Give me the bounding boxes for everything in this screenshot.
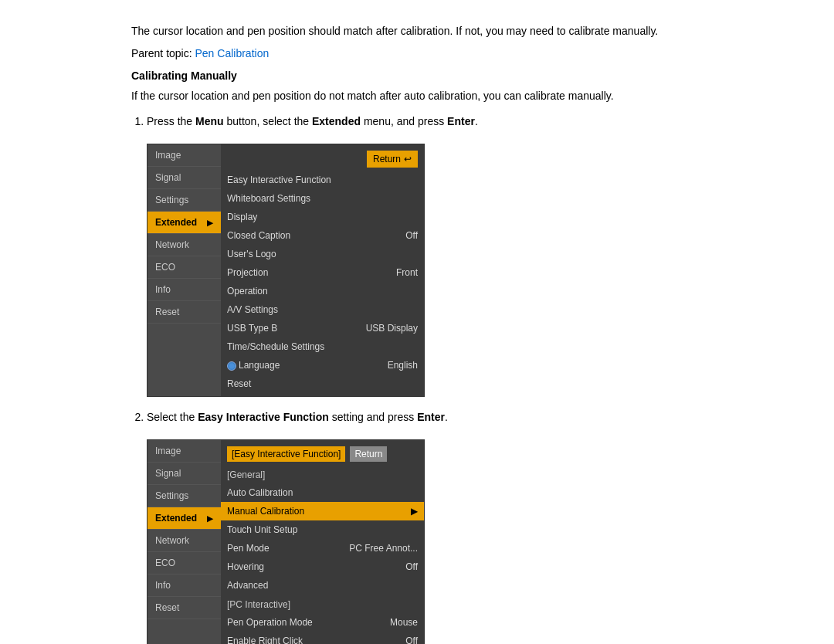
menu-2-pen-mode-label: Pen Mode bbox=[227, 541, 270, 555]
menu-1-logo-label: User's Logo bbox=[227, 247, 276, 261]
menu-1-left-eco[interactable]: ECO bbox=[147, 256, 221, 279]
globe-icon-1 bbox=[227, 361, 236, 371]
menu-1-left-signal[interactable]: Signal bbox=[147, 167, 221, 189]
step-2-text: Select the Easy Interactive Function set… bbox=[147, 409, 703, 425]
step-2: Select the Easy Interactive Function set… bbox=[147, 409, 703, 644]
menu-2-left-extended[interactable]: Extended bbox=[147, 507, 221, 530]
menu-1-reset-label: Reset bbox=[227, 377, 251, 391]
menu-1-av-label: A/V Settings bbox=[227, 303, 278, 317]
menu-2-auto-cal-label: Auto Calibration bbox=[227, 486, 293, 500]
menu-1-return-bar: Return bbox=[221, 147, 424, 171]
menu-screenshot-1: Image Signal Settings Extended Network E… bbox=[147, 144, 425, 397]
menu-2-left: Image Signal Settings Extended Network E… bbox=[147, 440, 221, 644]
menu-1-left-extended[interactable]: Extended bbox=[147, 212, 221, 234]
section-heading: Calibrating Manually bbox=[131, 69, 703, 82]
menu-1-proj-value: Front bbox=[396, 266, 418, 280]
menu-1-right-display[interactable]: Display bbox=[221, 208, 424, 226]
parent-topic-link[interactable]: Pen Calibration bbox=[195, 47, 270, 59]
menu-2-left-settings[interactable]: Settings bbox=[147, 485, 221, 507]
menu-1-right-whiteboard[interactable]: Whiteboard Settings bbox=[221, 189, 424, 208]
menu-1-right: Return Easy Interactive Function Whitebo… bbox=[221, 144, 424, 396]
menu-2-left-eco[interactable]: ECO bbox=[147, 552, 221, 575]
menu-1-return-btn[interactable]: Return bbox=[367, 151, 418, 168]
menu-2-pen-mode-value: PC Free Annot... bbox=[349, 541, 418, 555]
step-1: Press the Menu button, select the Extend… bbox=[147, 114, 703, 397]
menu-1-display-label: Display bbox=[227, 210, 257, 224]
step-1-extended-bold: Extended bbox=[312, 115, 361, 127]
menu-2-pen-op-label: Pen Operation Mode bbox=[227, 615, 313, 629]
parent-topic: Parent topic: Pen Calibration bbox=[131, 46, 703, 62]
menu-2-right-click-label: Enable Right Click bbox=[227, 634, 303, 644]
menu-2-general-label: [General] bbox=[221, 465, 424, 483]
menu-1-left-settings[interactable]: Settings bbox=[147, 189, 221, 212]
menu-2-right-click-value: Off bbox=[405, 634, 418, 644]
menu-1-left: Image Signal Settings Extended Network E… bbox=[147, 144, 221, 396]
menu-2-left-signal[interactable]: Signal bbox=[147, 463, 221, 485]
menu-2-pen-op-mode[interactable]: Pen Operation Mode Mouse bbox=[221, 613, 424, 632]
menu-2-left-image[interactable]: Image bbox=[147, 440, 221, 463]
menu-2-hovering-label: Hovering bbox=[227, 560, 264, 574]
step-1-text: Press the Menu button, select the Extend… bbox=[147, 114, 703, 130]
menu-2-manual-cal-arrow: ▶ bbox=[411, 504, 418, 518]
menu-1-whiteboard-label: Whiteboard Settings bbox=[227, 192, 310, 205]
menu-1-right-projection[interactable]: Projection Front bbox=[221, 263, 424, 282]
menu-1-right-reset[interactable]: Reset bbox=[221, 375, 424, 393]
menu-2-right-click[interactable]: Enable Right Click Off bbox=[221, 632, 424, 644]
menu-2-pc-interactive-label: [PC Interactive] bbox=[221, 595, 424, 613]
menu-2-touch-unit[interactable]: Touch Unit Setup bbox=[221, 520, 424, 539]
menu-2-manual-cal-label: Manual Calibration bbox=[227, 504, 304, 518]
calibration-intro: If the cursor location and pen position … bbox=[131, 88, 703, 104]
menu-1-proj-label: Projection bbox=[227, 266, 268, 280]
menu-1-left-reset[interactable]: Reset bbox=[147, 301, 221, 324]
menu-1-right-schedule[interactable]: Time/Schedule Settings bbox=[221, 337, 424, 356]
menu-2-pen-op-value: Mouse bbox=[390, 615, 418, 629]
menu-1-left-image[interactable]: Image bbox=[147, 144, 221, 167]
step-2-eif-bold: Easy Interactive Function bbox=[198, 411, 329, 423]
menu-2-return-btn[interactable]: Return bbox=[350, 446, 387, 462]
menu-1-cc-value: Off bbox=[405, 229, 418, 242]
menu-2-left-reset[interactable]: Reset bbox=[147, 597, 221, 619]
menu-screenshot-2: Image Signal Settings Extended Network E… bbox=[147, 439, 425, 644]
menu-1-right-users-logo[interactable]: User's Logo bbox=[221, 245, 424, 263]
menu-1-lang-label: Language bbox=[227, 358, 280, 372]
steps-list: Press the Menu button, select the Extend… bbox=[131, 114, 703, 644]
menu-1-left-info[interactable]: Info bbox=[147, 279, 221, 301]
menu-1-right-closed-caption[interactable]: Closed Caption Off bbox=[221, 226, 424, 245]
menu-1-op-label: Operation bbox=[227, 284, 268, 298]
step-1-enter-bold: Enter bbox=[447, 115, 475, 127]
menu-1-right-usb[interactable]: USB Type B USB Display bbox=[221, 319, 424, 337]
menu-1-usb-label: USB Type B bbox=[227, 321, 277, 335]
step-1-menu-bold: Menu bbox=[195, 115, 224, 127]
menu-2-header-bar: [Easy Interactive Function] Return bbox=[221, 443, 424, 465]
menu-2-auto-cal[interactable]: Auto Calibration bbox=[221, 483, 424, 502]
menu-2-left-network[interactable]: Network bbox=[147, 530, 221, 552]
menu-1-right-av[interactable]: A/V Settings bbox=[221, 300, 424, 319]
menu-1-right-operation[interactable]: Operation bbox=[221, 282, 424, 300]
menu-1-right-language[interactable]: Language English bbox=[221, 356, 424, 375]
menu-2-hovering[interactable]: Hovering Off bbox=[221, 558, 424, 576]
menu-2-advanced-general[interactable]: Advanced bbox=[221, 576, 424, 595]
menu-2-pen-mode[interactable]: Pen Mode PC Free Annot... bbox=[221, 539, 424, 558]
menu-2-touch-label: Touch Unit Setup bbox=[227, 523, 297, 537]
menu-1-lang-value: English bbox=[388, 358, 418, 372]
menu-1-right-eif[interactable]: Easy Interactive Function bbox=[221, 171, 424, 189]
menu-1-left-network[interactable]: Network bbox=[147, 234, 221, 256]
menu-1-container: Image Signal Settings Extended Network E… bbox=[147, 144, 424, 396]
menu-2-hovering-value: Off bbox=[405, 560, 418, 574]
step-2-enter-bold: Enter bbox=[417, 411, 445, 423]
menu-1-cc-label: Closed Caption bbox=[227, 229, 290, 242]
menu-1-usb-value: USB Display bbox=[366, 321, 418, 335]
menu-2-left-info[interactable]: Info bbox=[147, 575, 221, 597]
menu-2-manual-cal[interactable]: Manual Calibration ▶ bbox=[221, 502, 424, 520]
menu-2-right: [Easy Interactive Function] Return [Gene… bbox=[221, 440, 424, 644]
intro-text: The cursor location and pen position sho… bbox=[131, 23, 703, 39]
menu-2-container: Image Signal Settings Extended Network E… bbox=[147, 440, 424, 644]
menu-2-eif-title: [Easy Interactive Function] bbox=[227, 446, 345, 462]
menu-1-eif-label: Easy Interactive Function bbox=[227, 173, 331, 187]
menu-2-advanced-general-label: Advanced bbox=[227, 578, 268, 592]
parent-topic-label: Parent topic: bbox=[131, 47, 192, 59]
menu-1-schedule-label: Time/Schedule Settings bbox=[227, 340, 324, 354]
